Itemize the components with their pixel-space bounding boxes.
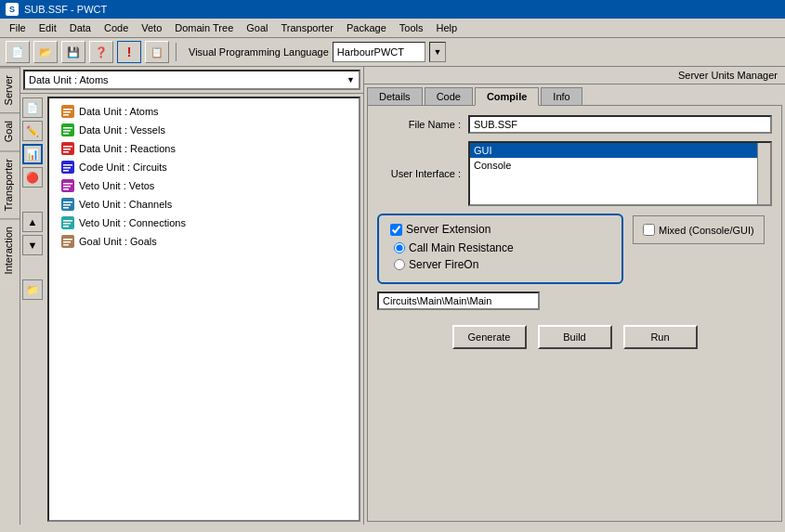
run-button[interactable]: Run bbox=[623, 325, 698, 349]
unit-selector[interactable]: Data Unit : Atoms ▼ bbox=[23, 70, 360, 90]
svg-rect-25 bbox=[63, 220, 72, 222]
menu-item-code[interactable]: Code bbox=[98, 20, 134, 35]
new-unit-btn[interactable]: 📄 bbox=[22, 97, 43, 118]
server-fireon-label: Server FireOn bbox=[409, 258, 478, 271]
ui-listbox[interactable]: GUI Console bbox=[468, 141, 772, 206]
sidebar-tab-goal[interactable]: Goal bbox=[0, 112, 20, 149]
tree-item-1[interactable]: Data Unit : Vessels bbox=[53, 121, 355, 139]
svg-rect-6 bbox=[63, 130, 71, 132]
ui-console-item[interactable]: Console bbox=[470, 158, 770, 173]
menu-item-data[interactable]: Data bbox=[64, 20, 97, 35]
tree-item-label-4: Veto Unit : Vetos bbox=[79, 180, 154, 191]
ui-gui-item[interactable]: GUI bbox=[470, 143, 770, 158]
tree-item-label-7: Goal Unit : Goals bbox=[79, 236, 157, 247]
build-button[interactable]: Build bbox=[538, 325, 612, 349]
open-button[interactable]: 📂 bbox=[33, 41, 58, 63]
tree-item-5[interactable]: Veto Unit : Channels bbox=[53, 195, 355, 214]
sidebar-tabs: ServerGoalTransporterInteraction bbox=[0, 67, 20, 525]
tab-info[interactable]: Info bbox=[541, 87, 582, 105]
server-fireon-radio-row: Server FireOn bbox=[390, 258, 610, 271]
tree-item-label-3: Code Unit : Circuits bbox=[79, 162, 167, 173]
up-btn[interactable]: ▲ bbox=[22, 212, 43, 232]
sidebar-tab-transporter[interactable]: Transporter bbox=[0, 150, 20, 218]
tab-details[interactable]: Details bbox=[367, 87, 423, 105]
tree-icon-3 bbox=[60, 160, 75, 175]
tab-code[interactable]: Code bbox=[425, 87, 473, 105]
menu-item-package[interactable]: Package bbox=[341, 20, 392, 35]
svg-rect-21 bbox=[63, 201, 72, 203]
tree-item-4[interactable]: Veto Unit : Vetos bbox=[53, 176, 355, 195]
server-fireon-radio[interactable] bbox=[394, 259, 405, 270]
sidebar-tab-interaction[interactable]: Interaction bbox=[0, 218, 20, 281]
file-name-input[interactable] bbox=[468, 115, 772, 134]
language-dropdown-arrow[interactable]: ▼ bbox=[429, 42, 446, 62]
tab-bar: DetailsCodeCompileInfo bbox=[364, 84, 785, 105]
menu-item-help[interactable]: Help bbox=[430, 20, 463, 35]
tab-content: File Name : User Interface : GUI Console bbox=[367, 105, 782, 522]
unit-selector-arrow: ▼ bbox=[347, 75, 355, 84]
tree-item-label-2: Data Unit : Reactions bbox=[79, 143, 176, 154]
call-main-radio[interactable] bbox=[394, 242, 405, 253]
server-units-label: Server Units Manager bbox=[364, 67, 785, 84]
server-ext-checkbox-row: Server Extension bbox=[390, 223, 610, 236]
new-button[interactable]: 📄 bbox=[6, 41, 30, 63]
svg-rect-15 bbox=[63, 170, 69, 172]
svg-rect-17 bbox=[63, 183, 72, 185]
title-bar: S SUB.SSF - PWCT bbox=[0, 0, 785, 19]
save-button[interactable]: 💾 bbox=[61, 41, 85, 63]
svg-rect-2 bbox=[63, 111, 71, 113]
tree-item-label-5: Veto Unit : Channels bbox=[79, 199, 172, 210]
ui-label: User Interface : bbox=[377, 168, 461, 179]
down-btn[interactable]: ▼ bbox=[22, 235, 43, 255]
generate-button[interactable]: Generate bbox=[452, 325, 527, 349]
server-ext-checkbox[interactable] bbox=[390, 224, 402, 236]
tab-compile[interactable]: Compile bbox=[475, 87, 539, 106]
right-panel: Server Units Manager DetailsCodeCompileI… bbox=[364, 67, 785, 525]
toolbar: 📄 📂 💾 ❓ ! 📋 Visual Programming Language … bbox=[0, 38, 785, 67]
svg-rect-31 bbox=[63, 244, 69, 246]
svg-rect-18 bbox=[63, 186, 71, 188]
tree-icon-5 bbox=[60, 197, 75, 212]
edit-unit-btn[interactable]: ✏️ bbox=[22, 121, 43, 141]
active-unit-btn[interactable]: 📊 bbox=[22, 144, 43, 164]
compile-area: Server Extension Call Main Resistance Se… bbox=[377, 214, 772, 310]
menu-item-goal[interactable]: Goal bbox=[241, 20, 273, 35]
svg-rect-10 bbox=[63, 149, 71, 150]
tree-item-label-6: Veto Unit : Connections bbox=[79, 217, 186, 228]
export-button[interactable]: 📋 bbox=[145, 41, 169, 63]
menu-item-edit[interactable]: Edit bbox=[33, 20, 62, 35]
menu-item-veto[interactable]: Veto bbox=[136, 20, 167, 35]
tree-item-2[interactable]: Data Unit : Reactions bbox=[53, 139, 355, 158]
menu-item-file[interactable]: File bbox=[4, 20, 32, 35]
tree-area: Data Unit : AtomsData Unit : VesselsData… bbox=[47, 97, 360, 522]
tree-item-label-0: Data Unit : Atoms bbox=[79, 106, 159, 117]
mixed-checkbox[interactable] bbox=[643, 224, 655, 236]
mixed-section: Mixed (Console/GUI) bbox=[633, 214, 772, 310]
menu-item-domain-tree[interactable]: Domain Tree bbox=[169, 20, 239, 35]
file-name-label: File Name : bbox=[377, 119, 461, 130]
tree-item-0[interactable]: Data Unit : Atoms bbox=[53, 102, 355, 121]
sidebar-tab-server[interactable]: Server bbox=[0, 67, 20, 112]
ext-section: Server Extension Call Main Resistance Se… bbox=[377, 214, 623, 310]
listbox-scrollbar[interactable] bbox=[757, 143, 770, 204]
left-icon-column: 📄 ✏️ 📊 🔴 ▲ ▼ 📁 bbox=[20, 94, 45, 525]
tree-item-label-1: Data Unit : Vessels bbox=[79, 124, 165, 136]
menu-item-transporter[interactable]: Transporter bbox=[276, 20, 339, 35]
help-button[interactable]: ❓ bbox=[89, 41, 113, 63]
misc-btn[interactable]: 📁 bbox=[22, 279, 43, 300]
exclamation-button[interactable]: ! bbox=[117, 41, 141, 63]
tree-item-6[interactable]: Veto Unit : Connections bbox=[53, 214, 355, 232]
menu-item-tools[interactable]: Tools bbox=[394, 20, 429, 35]
call-main-radio-row: Call Main Resistance bbox=[390, 241, 610, 254]
tree-item-7[interactable]: Goal Unit : Goals bbox=[53, 232, 355, 251]
path-input[interactable] bbox=[377, 292, 540, 310]
language-dropdown[interactable]: HarbourPWCT bbox=[333, 42, 425, 62]
svg-rect-23 bbox=[63, 207, 69, 209]
tree-item-3[interactable]: Code Unit : Circuits bbox=[53, 158, 355, 176]
mixed-box: Mixed (Console/GUI) bbox=[633, 215, 765, 244]
delete-unit-btn[interactable]: 🔴 bbox=[22, 167, 43, 188]
left-tree-row: 📄 ✏️ 📊 🔴 ▲ ▼ 📁 Data Unit : AtomsData Uni… bbox=[20, 94, 363, 525]
server-extension-box: Server Extension Call Main Resistance Se… bbox=[377, 214, 623, 284]
svg-rect-30 bbox=[63, 241, 71, 243]
tree-icon-0 bbox=[60, 104, 75, 119]
